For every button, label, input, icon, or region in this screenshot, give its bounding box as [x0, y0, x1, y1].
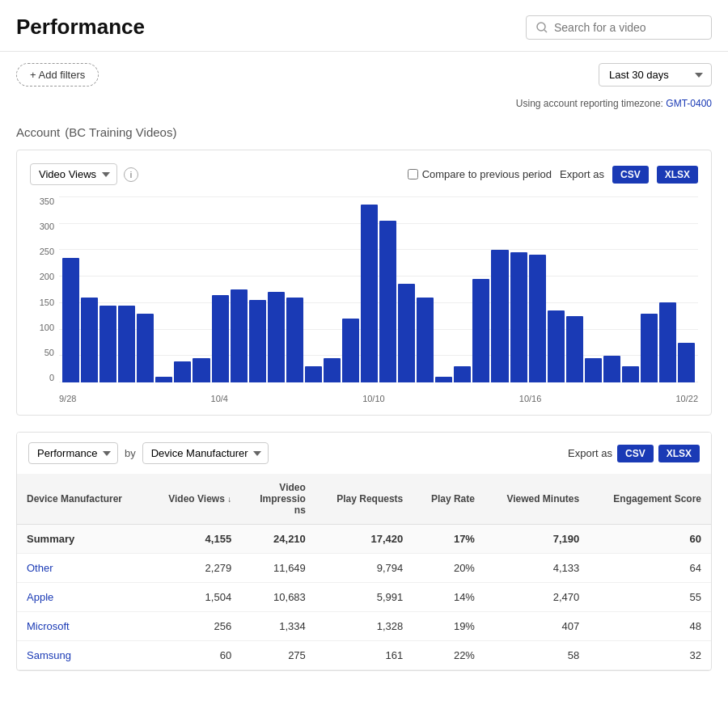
bar[interactable] [491, 250, 508, 382]
bar[interactable] [286, 298, 303, 382]
date-range-select[interactable]: Last 30 days Last 7 days Last 90 days Cu… [599, 63, 712, 87]
y-axis: 350300250200150100500 [30, 196, 54, 382]
x-axis-label: 10/10 [362, 394, 385, 403]
row-value: 55 [589, 583, 711, 612]
summary-value: 7,190 [485, 525, 589, 554]
bar[interactable] [342, 319, 359, 382]
info-icon[interactable]: i [124, 167, 138, 182]
by-label: by [125, 447, 136, 459]
summary-row: Summary4,15524,21017,42017%7,19060 [17, 525, 711, 554]
row-name[interactable]: Samsung [17, 641, 147, 670]
bar[interactable] [659, 302, 676, 382]
bar[interactable] [361, 205, 378, 382]
filters-toolbar: + Add filters Last 30 days Last 7 days L… [0, 52, 728, 98]
bar[interactable] [585, 358, 602, 382]
bar[interactable] [268, 292, 285, 382]
svg-point-0 [537, 23, 545, 31]
bar[interactable] [529, 255, 546, 382]
dimension-select[interactable]: Device Manufacturer [142, 442, 269, 464]
chart-controls-right: Compare to previous period Export as CSV… [408, 166, 698, 184]
page-header: Performance [0, 0, 728, 52]
summary-value: 17,420 [315, 525, 413, 554]
row-value: 11,649 [241, 554, 315, 583]
bar[interactable] [678, 343, 695, 382]
export-as-label: Export as [560, 168, 604, 180]
col-play-requests[interactable]: Play Requests [315, 474, 413, 525]
row-name[interactable]: Other [17, 554, 147, 583]
search-input[interactable] [554, 21, 701, 34]
bar[interactable] [454, 366, 471, 382]
bar[interactable] [174, 361, 191, 382]
bar[interactable] [212, 295, 229, 382]
col-video-views[interactable]: Video Views ↓ [147, 474, 241, 525]
bar[interactable] [379, 221, 396, 382]
header-row: Device ManufacturerVideo Views ↓VideoImp… [17, 474, 711, 525]
bar[interactable] [472, 279, 489, 382]
search-box[interactable] [526, 15, 712, 40]
performance-select[interactable]: Performance [28, 442, 118, 464]
bar[interactable] [155, 377, 172, 382]
bar[interactable] [118, 306, 135, 382]
bar[interactable] [62, 258, 79, 382]
timezone-note: Using account reporting timezone: GMT-04… [0, 98, 728, 116]
compare-period-checkbox[interactable] [408, 169, 418, 179]
y-axis-label: 200 [30, 272, 54, 281]
row-value: 60 [147, 641, 241, 670]
bar[interactable] [566, 316, 583, 382]
table-body: Summary4,15524,21017,42017%7,19060Other2… [17, 525, 711, 670]
bar[interactable] [398, 284, 415, 382]
bar[interactable] [641, 314, 658, 382]
bar[interactable] [305, 366, 322, 382]
table-export-label: Export as [568, 447, 612, 459]
bar[interactable] [324, 358, 341, 382]
chart-export-csv-button[interactable]: CSV [612, 166, 649, 184]
col-play-rate[interactable]: Play Rate [413, 474, 485, 525]
table-section: Performance by Device Manufacturer Expor… [16, 432, 712, 671]
bar[interactable] [249, 300, 266, 382]
table-export-csv-button[interactable]: CSV [617, 445, 654, 462]
bar[interactable] [435, 377, 452, 382]
y-axis-label: 350 [30, 196, 54, 206]
bar[interactable] [81, 298, 98, 382]
chart-export-xlsx-button[interactable]: XLSX [657, 166, 698, 184]
col-engagement-score[interactable]: Engagement Score [589, 474, 711, 525]
bar[interactable] [417, 298, 434, 382]
bar[interactable] [548, 310, 565, 382]
summary-value: 24,210 [241, 525, 315, 554]
metric-select[interactable]: Video Views [30, 163, 117, 185]
compare-checkbox[interactable]: Compare to previous period [408, 168, 552, 180]
row-value: 58 [485, 641, 589, 670]
row-value: 407 [485, 612, 589, 641]
bar[interactable] [137, 314, 154, 382]
bar[interactable] [622, 366, 639, 382]
y-axis-label: 250 [30, 247, 54, 256]
row-value: 256 [147, 612, 241, 641]
page-title: Performance [16, 15, 145, 40]
x-axis: 9/2810/410/1010/1610/22 [59, 384, 698, 407]
bar[interactable] [193, 358, 210, 382]
col-viewed-minutes[interactable]: Viewed Minutes [485, 474, 589, 525]
timezone-link[interactable]: GMT-0400 [666, 98, 712, 109]
y-axis-label: 300 [30, 222, 54, 231]
table-export-xlsx-button[interactable]: XLSX [658, 445, 700, 462]
summary-value: 17% [413, 525, 485, 554]
table-toolbar: Performance by Device Manufacturer Expor… [17, 433, 711, 474]
chart-controls-left: Video Views i [30, 163, 138, 185]
row-value: 1,334 [241, 612, 315, 641]
row-name[interactable]: Microsoft [17, 612, 147, 641]
search-icon [536, 22, 548, 33]
bar[interactable] [231, 289, 248, 382]
summary-value: 60 [589, 525, 711, 554]
bar[interactable] [99, 306, 116, 382]
bar-chart: 350300250200150100500 9/2810/410/1010/16… [30, 196, 698, 407]
row-value: 10,683 [241, 583, 315, 612]
bar[interactable] [510, 252, 527, 382]
table-row: Samsung6027516122%5832 [17, 641, 711, 670]
add-filters-button[interactable]: + Add filters [16, 63, 99, 87]
table-header: Device ManufacturerVideo Views ↓VideoImp… [17, 474, 711, 525]
col-video-impressions[interactable]: VideoImpressions [241, 474, 315, 525]
bar[interactable] [603, 356, 620, 382]
row-value: 5,991 [315, 583, 413, 612]
row-name[interactable]: Apple [17, 583, 147, 612]
row-value: 32 [589, 641, 711, 670]
